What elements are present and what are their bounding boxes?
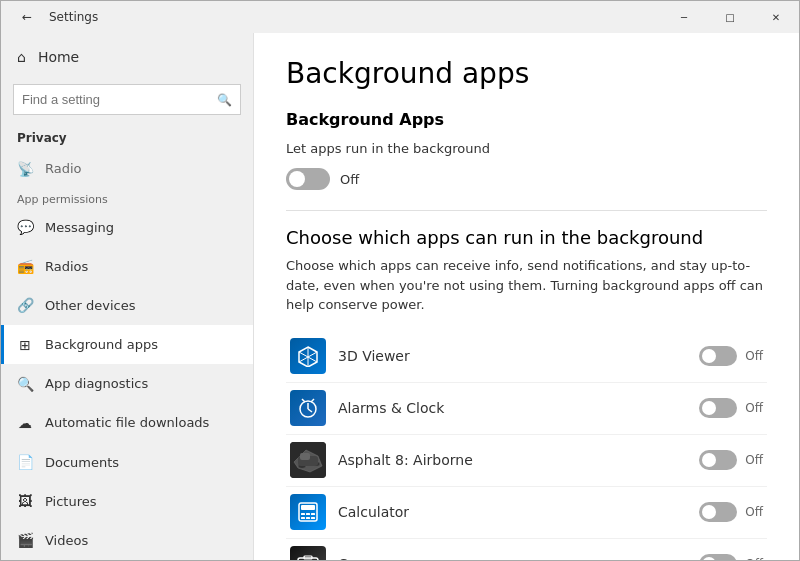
svg-rect-19 — [301, 517, 305, 519]
asphalt-toggle[interactable] — [699, 450, 737, 470]
sidebar-item-background-apps[interactable]: ⊞ Background apps — [1, 325, 253, 364]
asphalt-name: Asphalt 8: Airborne — [338, 452, 699, 468]
svg-rect-15 — [301, 505, 315, 510]
app-row-3dviewer: 3D Viewer Off — [286, 331, 767, 383]
search-input[interactable] — [22, 92, 211, 107]
background-apps-label: Background apps — [45, 337, 158, 352]
svg-line-7 — [302, 399, 305, 402]
calculator-toggle-area: Off — [699, 502, 763, 522]
background-apps-section-title: Background Apps — [286, 110, 767, 129]
svg-rect-13 — [300, 453, 310, 460]
alarms-toggle-area: Off — [699, 398, 763, 418]
other-devices-label: Other devices — [45, 298, 136, 313]
close-button[interactable]: ✕ — [753, 1, 799, 33]
sidebar-item-other-devices[interactable]: 🔗 Other devices — [1, 286, 253, 325]
sidebar-home-button[interactable]: ⌂ Home — [1, 33, 253, 80]
pictures-label: Pictures — [45, 494, 96, 509]
camera-icon — [290, 546, 326, 560]
app-list: 3D Viewer Off — [286, 331, 767, 561]
titlebar-title: Settings — [49, 10, 98, 24]
alarms-off-label: Off — [745, 401, 763, 415]
svg-line-6 — [308, 409, 312, 412]
sidebar-item-videos[interactable]: 🎬 Videos — [1, 521, 253, 560]
svg-line-8 — [311, 399, 314, 402]
svg-rect-17 — [306, 513, 310, 515]
svg-rect-18 — [311, 513, 315, 515]
alarms-name: Alarms & Clock — [338, 400, 699, 416]
titlebar-controls: ─ □ ✕ — [661, 1, 799, 33]
calculator-name: Calculator — [338, 504, 699, 520]
sidebar-search-box[interactable]: 🔍 — [13, 84, 241, 115]
camera-off-label: Off — [745, 557, 763, 560]
pictures-icon: 🖼 — [17, 493, 33, 509]
camera-toggle[interactable] — [699, 554, 737, 560]
asphalt-icon — [290, 442, 326, 478]
documents-icon: 📄 — [17, 454, 33, 470]
let-apps-run-desc: Let apps run in the background — [286, 141, 767, 156]
3dviewer-toggle-area: Off — [699, 346, 763, 366]
home-label: Home — [38, 49, 79, 65]
radio-icon: 📡 — [17, 161, 33, 177]
camera-toggle-area: Off — [699, 554, 763, 560]
camera-name: Camera — [338, 556, 699, 560]
search-icon: 🔍 — [217, 93, 232, 107]
background-apps-toggle[interactable] — [286, 168, 330, 190]
window: ← Settings ─ □ ✕ ⌂ Home 🔍 Privacy — [0, 0, 800, 561]
app-permissions-label: App permissions — [1, 189, 253, 208]
app-row-asphalt: Asphalt 8: Airborne Off — [286, 435, 767, 487]
radios-icon: 📻 — [17, 258, 33, 274]
background-apps-icon: ⊞ — [17, 337, 33, 353]
svg-rect-16 — [301, 513, 305, 515]
section-divider — [286, 210, 767, 211]
sidebar: ⌂ Home 🔍 Privacy 📡 Radio App permissions… — [1, 33, 253, 560]
choose-title: Choose which apps can run in the backgro… — [286, 227, 767, 248]
videos-label: Videos — [45, 533, 88, 548]
home-icon: ⌂ — [17, 49, 26, 65]
3dviewer-toggle[interactable] — [699, 346, 737, 366]
toggle-state-label: Off — [340, 172, 359, 187]
sidebar-item-automatic-downloads[interactable]: ☁ Automatic file downloads — [1, 403, 253, 442]
messaging-icon: 💬 — [17, 219, 33, 235]
choose-desc: Choose which apps can receive info, send… — [286, 256, 767, 315]
content-area: ⌂ Home 🔍 Privacy 📡 Radio App permissions… — [1, 33, 799, 560]
page-title: Background apps — [286, 57, 767, 90]
alarms-icon — [290, 390, 326, 426]
automatic-downloads-icon: ☁ — [17, 415, 33, 431]
minimize-button[interactable]: ─ — [661, 1, 707, 33]
3dviewer-icon — [290, 338, 326, 374]
main-toggle-row: Off — [286, 168, 767, 190]
messaging-label: Messaging — [45, 220, 114, 235]
app-diagnostics-label: App diagnostics — [45, 376, 148, 391]
app-row-camera: Camera Off — [286, 539, 767, 561]
sidebar-item-radios[interactable]: 📻 Radios — [1, 247, 253, 286]
sidebar-item-messaging[interactable]: 💬 Messaging — [1, 208, 253, 247]
app-diagnostics-icon: 🔍 — [17, 376, 33, 392]
asphalt-toggle-area: Off — [699, 450, 763, 470]
main-panel: Background apps Background Apps Let apps… — [254, 33, 799, 560]
calculator-icon — [290, 494, 326, 530]
radios-label: Radios — [45, 259, 88, 274]
sidebar-item-radio[interactable]: 📡 Radio — [1, 149, 253, 188]
calculator-off-label: Off — [745, 505, 763, 519]
app-row-calculator: Calculator Off — [286, 487, 767, 539]
app-row-alarms: Alarms & Clock Off — [286, 383, 767, 435]
back-button[interactable]: ← — [13, 3, 41, 31]
svg-rect-20 — [306, 517, 310, 519]
maximize-button[interactable]: □ — [707, 1, 753, 33]
sidebar-item-documents[interactable]: 📄 Documents — [1, 442, 253, 481]
3dviewer-name: 3D Viewer — [338, 348, 699, 364]
sidebar-item-pictures[interactable]: 🖼 Pictures — [1, 482, 253, 521]
asphalt-off-label: Off — [745, 453, 763, 467]
sidebar-item-radio-label: Radio — [45, 161, 82, 176]
sidebar-item-app-diagnostics[interactable]: 🔍 App diagnostics — [1, 364, 253, 403]
privacy-section-title: Privacy — [1, 123, 253, 149]
titlebar: ← Settings ─ □ ✕ — [1, 1, 799, 33]
3dviewer-off-label: Off — [745, 349, 763, 363]
videos-icon: 🎬 — [17, 532, 33, 548]
other-devices-icon: 🔗 — [17, 297, 33, 313]
calculator-toggle[interactable] — [699, 502, 737, 522]
alarms-toggle[interactable] — [699, 398, 737, 418]
svg-rect-21 — [311, 517, 315, 519]
titlebar-left: ← Settings — [13, 3, 98, 31]
automatic-downloads-label: Automatic file downloads — [45, 415, 209, 430]
